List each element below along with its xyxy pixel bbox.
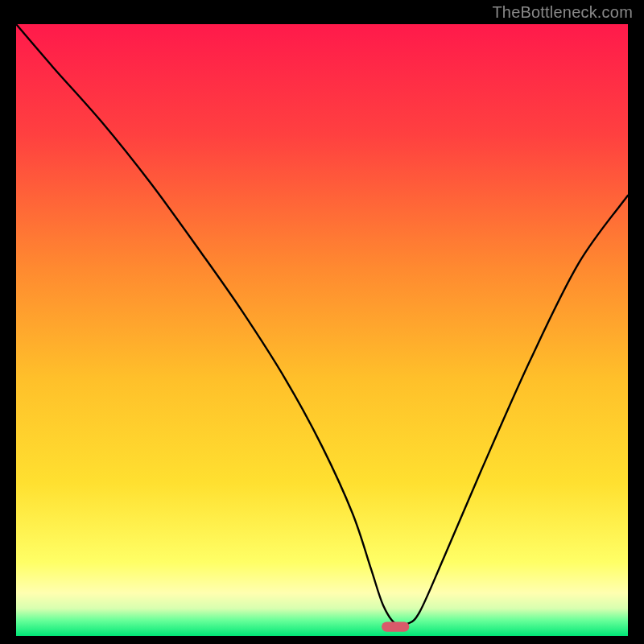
- chart-svg: [16, 24, 628, 636]
- watermark-label: TheBottleneck.com: [492, 3, 633, 22]
- chart-background: [16, 24, 628, 636]
- optimal-marker: [382, 622, 409, 632]
- bottleneck-chart: [16, 24, 628, 636]
- chart-frame: TheBottleneck.com: [0, 0, 644, 644]
